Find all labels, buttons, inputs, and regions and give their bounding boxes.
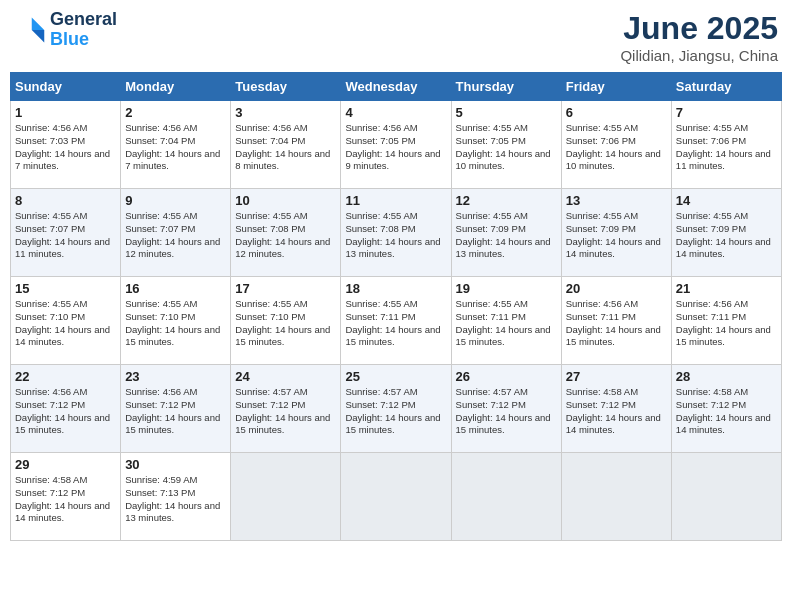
day-number: 17 [235, 281, 336, 296]
calendar-cell: 25Sunrise: 4:57 AMSunset: 7:12 PMDayligh… [341, 365, 451, 453]
day-number: 19 [456, 281, 557, 296]
calendar-cell: 29Sunrise: 4:58 AMSunset: 7:12 PMDayligh… [11, 453, 121, 541]
day-number: 8 [15, 193, 116, 208]
calendar-cell [231, 453, 341, 541]
day-number: 21 [676, 281, 777, 296]
svg-marker-1 [32, 30, 44, 42]
day-number: 26 [456, 369, 557, 384]
calendar-cell: 19Sunrise: 4:55 AMSunset: 7:11 PMDayligh… [451, 277, 561, 365]
calendar-week-2: 8Sunrise: 4:55 AMSunset: 7:07 PMDaylight… [11, 189, 782, 277]
cell-details: Sunrise: 4:57 AMSunset: 7:12 PMDaylight:… [345, 386, 446, 437]
calendar-cell: 22Sunrise: 4:56 AMSunset: 7:12 PMDayligh… [11, 365, 121, 453]
calendar-cell [561, 453, 671, 541]
calendar-week-3: 15Sunrise: 4:55 AMSunset: 7:10 PMDayligh… [11, 277, 782, 365]
calendar-cell: 21Sunrise: 4:56 AMSunset: 7:11 PMDayligh… [671, 277, 781, 365]
calendar-cell: 15Sunrise: 4:55 AMSunset: 7:10 PMDayligh… [11, 277, 121, 365]
day-number: 23 [125, 369, 226, 384]
calendar-cell: 18Sunrise: 4:55 AMSunset: 7:11 PMDayligh… [341, 277, 451, 365]
cell-details: Sunrise: 4:55 AMSunset: 7:07 PMDaylight:… [125, 210, 226, 261]
calendar-cell: 9Sunrise: 4:55 AMSunset: 7:07 PMDaylight… [121, 189, 231, 277]
cell-details: Sunrise: 4:56 AMSunset: 7:12 PMDaylight:… [15, 386, 116, 437]
cell-details: Sunrise: 4:55 AMSunset: 7:09 PMDaylight:… [676, 210, 777, 261]
day-number: 18 [345, 281, 446, 296]
cell-details: Sunrise: 4:55 AMSunset: 7:08 PMDaylight:… [235, 210, 336, 261]
logo-text-blue: Blue [50, 30, 117, 50]
day-number: 12 [456, 193, 557, 208]
calendar-cell: 26Sunrise: 4:57 AMSunset: 7:12 PMDayligh… [451, 365, 561, 453]
cell-details: Sunrise: 4:55 AMSunset: 7:07 PMDaylight:… [15, 210, 116, 261]
cell-details: Sunrise: 4:59 AMSunset: 7:13 PMDaylight:… [125, 474, 226, 525]
cell-details: Sunrise: 4:56 AMSunset: 7:04 PMDaylight:… [235, 122, 336, 173]
cell-details: Sunrise: 4:56 AMSunset: 7:04 PMDaylight:… [125, 122, 226, 173]
day-number: 11 [345, 193, 446, 208]
cell-details: Sunrise: 4:55 AMSunset: 7:09 PMDaylight:… [456, 210, 557, 261]
day-number: 2 [125, 105, 226, 120]
col-header-friday: Friday [561, 73, 671, 101]
calendar-cell: 5Sunrise: 4:55 AMSunset: 7:05 PMDaylight… [451, 101, 561, 189]
day-number: 27 [566, 369, 667, 384]
cell-details: Sunrise: 4:56 AMSunset: 7:03 PMDaylight:… [15, 122, 116, 173]
calendar-cell [341, 453, 451, 541]
day-number: 15 [15, 281, 116, 296]
day-number: 5 [456, 105, 557, 120]
calendar-cell [671, 453, 781, 541]
logo-text-general: General [50, 10, 117, 30]
cell-details: Sunrise: 4:55 AMSunset: 7:06 PMDaylight:… [676, 122, 777, 173]
day-number: 6 [566, 105, 667, 120]
calendar-cell: 16Sunrise: 4:55 AMSunset: 7:10 PMDayligh… [121, 277, 231, 365]
col-header-thursday: Thursday [451, 73, 561, 101]
svg-marker-0 [32, 17, 44, 29]
day-number: 25 [345, 369, 446, 384]
cell-details: Sunrise: 4:55 AMSunset: 7:11 PMDaylight:… [345, 298, 446, 349]
cell-details: Sunrise: 4:58 AMSunset: 7:12 PMDaylight:… [676, 386, 777, 437]
cell-details: Sunrise: 4:55 AMSunset: 7:06 PMDaylight:… [566, 122, 667, 173]
cell-details: Sunrise: 4:55 AMSunset: 7:10 PMDaylight:… [15, 298, 116, 349]
calendar-cell: 13Sunrise: 4:55 AMSunset: 7:09 PMDayligh… [561, 189, 671, 277]
month-title: June 2025 [620, 10, 778, 47]
day-number: 24 [235, 369, 336, 384]
col-header-wednesday: Wednesday [341, 73, 451, 101]
logo: General Blue [14, 10, 117, 50]
cell-details: Sunrise: 4:55 AMSunset: 7:05 PMDaylight:… [456, 122, 557, 173]
col-header-sunday: Sunday [11, 73, 121, 101]
day-number: 4 [345, 105, 446, 120]
day-number: 22 [15, 369, 116, 384]
cell-details: Sunrise: 4:55 AMSunset: 7:10 PMDaylight:… [235, 298, 336, 349]
calendar-week-5: 29Sunrise: 4:58 AMSunset: 7:12 PMDayligh… [11, 453, 782, 541]
cell-details: Sunrise: 4:57 AMSunset: 7:12 PMDaylight:… [456, 386, 557, 437]
day-number: 9 [125, 193, 226, 208]
logo-icon [14, 14, 46, 46]
cell-details: Sunrise: 4:55 AMSunset: 7:10 PMDaylight:… [125, 298, 226, 349]
cell-details: Sunrise: 4:58 AMSunset: 7:12 PMDaylight:… [566, 386, 667, 437]
calendar-cell: 14Sunrise: 4:55 AMSunset: 7:09 PMDayligh… [671, 189, 781, 277]
calendar-cell: 24Sunrise: 4:57 AMSunset: 7:12 PMDayligh… [231, 365, 341, 453]
day-number: 14 [676, 193, 777, 208]
calendar-week-1: 1Sunrise: 4:56 AMSunset: 7:03 PMDaylight… [11, 101, 782, 189]
calendar-cell: 11Sunrise: 4:55 AMSunset: 7:08 PMDayligh… [341, 189, 451, 277]
calendar-week-4: 22Sunrise: 4:56 AMSunset: 7:12 PMDayligh… [11, 365, 782, 453]
day-number: 28 [676, 369, 777, 384]
calendar-cell: 7Sunrise: 4:55 AMSunset: 7:06 PMDaylight… [671, 101, 781, 189]
cell-details: Sunrise: 4:55 AMSunset: 7:08 PMDaylight:… [345, 210, 446, 261]
calendar-cell: 20Sunrise: 4:56 AMSunset: 7:11 PMDayligh… [561, 277, 671, 365]
day-number: 10 [235, 193, 336, 208]
calendar-cell: 27Sunrise: 4:58 AMSunset: 7:12 PMDayligh… [561, 365, 671, 453]
col-header-monday: Monday [121, 73, 231, 101]
calendar-cell: 17Sunrise: 4:55 AMSunset: 7:10 PMDayligh… [231, 277, 341, 365]
cell-details: Sunrise: 4:55 AMSunset: 7:09 PMDaylight:… [566, 210, 667, 261]
header: General Blue June 2025 Qilidian, Jiangsu… [10, 10, 782, 64]
location-title: Qilidian, Jiangsu, China [620, 47, 778, 64]
day-number: 3 [235, 105, 336, 120]
calendar-cell: 30Sunrise: 4:59 AMSunset: 7:13 PMDayligh… [121, 453, 231, 541]
calendar-cell: 12Sunrise: 4:55 AMSunset: 7:09 PMDayligh… [451, 189, 561, 277]
calendar-cell: 23Sunrise: 4:56 AMSunset: 7:12 PMDayligh… [121, 365, 231, 453]
cell-details: Sunrise: 4:56 AMSunset: 7:11 PMDaylight:… [676, 298, 777, 349]
title-area: June 2025 Qilidian, Jiangsu, China [620, 10, 778, 64]
col-header-saturday: Saturday [671, 73, 781, 101]
day-number: 30 [125, 457, 226, 472]
calendar-cell [451, 453, 561, 541]
calendar-cell: 8Sunrise: 4:55 AMSunset: 7:07 PMDaylight… [11, 189, 121, 277]
cell-details: Sunrise: 4:56 AMSunset: 7:12 PMDaylight:… [125, 386, 226, 437]
day-number: 1 [15, 105, 116, 120]
cell-details: Sunrise: 4:58 AMSunset: 7:12 PMDaylight:… [15, 474, 116, 525]
